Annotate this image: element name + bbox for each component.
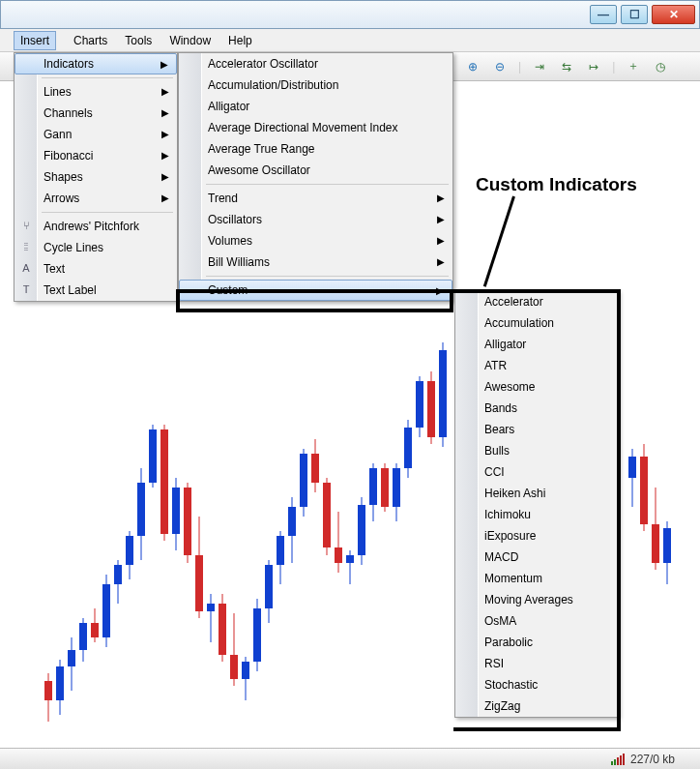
- menu-item-andrews-pitchfork[interactable]: ⑂Andrews' Pitchfork: [15, 216, 177, 237]
- svg-rect-39: [265, 565, 273, 608]
- menu-item-arrows[interactable]: Arrows▶: [15, 188, 177, 209]
- svg-rect-47: [311, 454, 319, 483]
- menu-item-label: Awesome Oscillator: [208, 163, 310, 177]
- connection-bars-icon: [611, 754, 625, 765]
- indicators-icon[interactable]: ＋: [625, 58, 642, 75]
- window-maximize-button[interactable]: ☐: [621, 5, 648, 24]
- menu-item-fibonacci[interactable]: Fibonacci▶: [15, 145, 177, 166]
- menu-item-custom-osma[interactable]: OsMA: [455, 610, 618, 632]
- menu-help[interactable]: Help: [228, 34, 252, 47]
- menu-item-label: Heiken Ashi: [484, 487, 545, 500]
- status-kb: 227/0 kb: [630, 753, 675, 766]
- menu-item-label: Accelerator Oscillator: [208, 57, 318, 71]
- menu-item-oscillators[interactable]: Oscillators▶: [179, 209, 452, 230]
- svg-rect-63: [404, 428, 412, 468]
- submenu-arrow-icon: ▶: [161, 192, 169, 203]
- menu-window[interactable]: Window: [169, 34, 211, 47]
- toolbar-separator: |: [518, 60, 521, 74]
- menu-item-custom-rsi[interactable]: RSI: [455, 653, 618, 674]
- menu-item-lines[interactable]: Lines▶: [15, 81, 177, 103]
- svg-rect-67: [427, 381, 435, 437]
- periodicity-icon[interactable]: ◷: [652, 58, 669, 75]
- svg-rect-53: [346, 555, 354, 563]
- menu-item-custom-ichimoku[interactable]: Ichimoku: [455, 504, 618, 525]
- menu-item-text-label[interactable]: TText Label: [15, 280, 177, 301]
- menu-item-label: Fibonacci: [44, 149, 93, 163]
- menu-item-label: Indicators: [44, 57, 94, 71]
- menu-item-label: Stochastic: [484, 678, 538, 692]
- svg-rect-57: [369, 468, 377, 505]
- menu-item-awesome-oscillator[interactable]: Awesome Oscillator: [179, 160, 452, 181]
- menu-item-label: Volumes: [208, 234, 252, 248]
- menu-item-custom-bulls[interactable]: Bulls: [455, 440, 618, 461]
- menu-item-bill-williams[interactable]: Bill Williams▶: [179, 251, 452, 273]
- window-minimize-button[interactable]: —: [590, 5, 617, 24]
- menu-item-custom-momentum[interactable]: Momentum: [455, 568, 618, 589]
- svg-rect-43: [288, 507, 296, 536]
- step-icon[interactable]: ⇥: [531, 58, 548, 75]
- submenu-arrow-icon: ▶: [161, 129, 169, 139]
- svg-rect-29: [207, 604, 215, 611]
- menu-item-volumes[interactable]: Volumes▶: [179, 230, 452, 251]
- svg-rect-15: [126, 536, 133, 565]
- menu-item-accumulation-distribution[interactable]: Accumulation/Distribution: [179, 74, 452, 96]
- menu-item-trend[interactable]: Trend▶: [179, 188, 452, 209]
- zoom-out-icon[interactable]: ⊖: [491, 58, 509, 75]
- menu-item-channels[interactable]: Channels▶: [15, 103, 177, 124]
- status-bar: 227/0 kb: [0, 748, 700, 769]
- menu-item-custom-bears[interactable]: Bears: [455, 419, 618, 440]
- window-close-button[interactable]: ✕: [652, 5, 695, 24]
- zoom-in-icon[interactable]: ⊕: [464, 58, 481, 75]
- menu-insert[interactable]: Insert: [14, 31, 56, 50]
- menu-item-accelerator-oscillator[interactable]: Accelerator Oscillator: [179, 53, 452, 74]
- menu-item-custom-heiken-ashi[interactable]: Heiken Ashi: [455, 483, 618, 504]
- shift-icon[interactable]: ↦: [585, 58, 602, 75]
- menu-item-adx[interactable]: Average Directional Movement Index: [179, 117, 452, 138]
- submenu-arrow-icon: ▶: [161, 150, 169, 161]
- menu-item-label: Alligator: [484, 338, 526, 351]
- menu-item-text[interactable]: AText: [15, 258, 177, 280]
- menu-item-label: Shapes: [44, 170, 83, 184]
- menu-item-label: Custom: [208, 283, 248, 297]
- menu-item-custom[interactable]: Custom▶: [179, 280, 452, 301]
- menu-item-label: Trend: [208, 192, 238, 205]
- menu-item-custom-accelerator[interactable]: Accelerator: [455, 291, 618, 312]
- scroll-icon[interactable]: ⇆: [558, 58, 575, 75]
- dropdown-separator: [206, 276, 449, 277]
- menu-item-label: ATR: [484, 359, 507, 372]
- menu-item-custom-stochastic[interactable]: Stochastic: [455, 674, 618, 695]
- svg-rect-71: [628, 457, 636, 478]
- menu-item-cycle-lines[interactable]: ⦙⦙Cycle Lines: [15, 237, 177, 258]
- menu-item-custom-iexposure[interactable]: iExposure: [455, 525, 618, 547]
- svg-rect-51: [335, 547, 342, 563]
- svg-rect-21: [160, 429, 168, 534]
- menu-item-custom-bands[interactable]: Bands: [455, 398, 618, 419]
- menu-item-custom-moving-averages[interactable]: Moving Averages: [455, 589, 618, 610]
- menu-item-custom-parabolic[interactable]: Parabolic: [455, 632, 618, 653]
- svg-rect-35: [242, 662, 249, 679]
- annotation-label: Custom Indicators: [476, 174, 637, 195]
- menu-item-custom-atr[interactable]: ATR: [455, 355, 618, 376]
- svg-rect-9: [91, 623, 99, 637]
- menu-item-custom-accumulation[interactable]: Accumulation: [455, 312, 618, 334]
- svg-rect-17: [137, 483, 145, 536]
- menu-item-atr[interactable]: Average True Range: [179, 138, 452, 160]
- menu-item-alligator[interactable]: Alligator: [179, 96, 452, 117]
- menu-charts[interactable]: Charts: [73, 34, 107, 47]
- menu-item-label: OsMA: [484, 614, 516, 628]
- menu-item-custom-macd[interactable]: MACD: [455, 547, 618, 568]
- menu-item-custom-alligator[interactable]: Alligator: [455, 334, 618, 355]
- menu-item-label: Cycle Lines: [44, 241, 103, 254]
- menu-item-custom-awesome[interactable]: Awesome: [455, 376, 618, 398]
- cycle-lines-icon: ⦙⦙: [18, 241, 34, 253]
- menu-tools[interactable]: Tools: [125, 34, 152, 47]
- menu-item-label: ZigZag: [484, 699, 520, 713]
- menu-item-custom-zigzag[interactable]: ZigZag: [455, 695, 618, 717]
- menu-item-gann[interactable]: Gann▶: [15, 124, 177, 145]
- menu-item-shapes[interactable]: Shapes▶: [15, 166, 177, 188]
- menu-item-custom-cci[interactable]: CCI: [455, 461, 618, 483]
- menu-item-indicators[interactable]: Indicators▶: [15, 53, 177, 74]
- menu-item-label: Oscillators: [208, 213, 262, 226]
- menu-item-label: Bill Williams: [208, 255, 270, 269]
- menu-item-label: MACD: [484, 550, 518, 564]
